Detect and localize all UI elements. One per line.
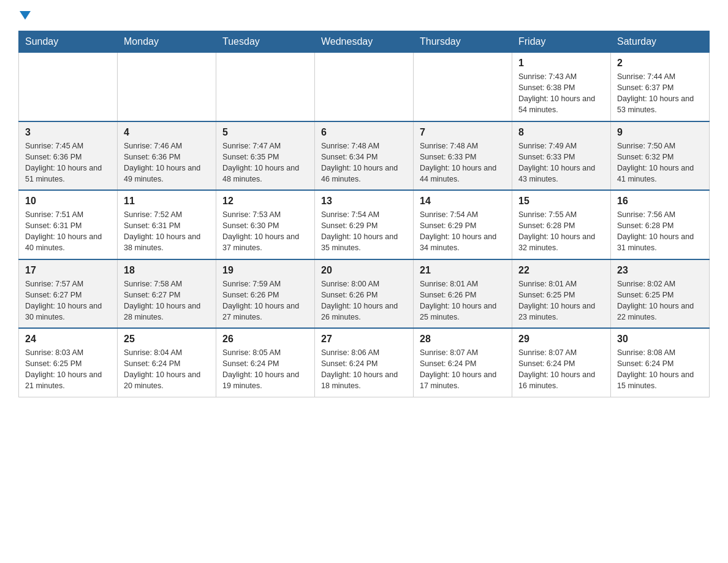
day-info: Sunrise: 7:47 AMSunset: 6:35 PMDaylight:… — [222, 140, 308, 185]
day-of-week-header: Sunday — [19, 31, 118, 53]
day-number: 13 — [321, 196, 407, 207]
calendar-cell: 22Sunrise: 8:01 AMSunset: 6:25 PMDayligh… — [512, 259, 611, 329]
calendar-cell: 2Sunrise: 7:44 AMSunset: 6:37 PMDaylight… — [611, 53, 710, 121]
day-number: 28 — [420, 334, 506, 345]
calendar-cell: 30Sunrise: 8:08 AMSunset: 6:24 PMDayligh… — [611, 328, 710, 397]
calendar-cell: 9Sunrise: 7:50 AMSunset: 6:32 PMDaylight… — [611, 121, 710, 191]
day-info: Sunrise: 8:02 AMSunset: 6:25 PMDaylight:… — [617, 278, 703, 323]
day-of-week-header: Saturday — [611, 31, 710, 53]
day-number: 29 — [518, 334, 604, 345]
day-info: Sunrise: 7:52 AMSunset: 6:31 PMDaylight:… — [124, 209, 210, 254]
day-number: 6 — [321, 127, 407, 138]
calendar-cell: 12Sunrise: 7:53 AMSunset: 6:30 PMDayligh… — [216, 190, 315, 259]
logo — [18, 12, 31, 21]
calendar-week-row: 3Sunrise: 7:45 AMSunset: 6:36 PMDaylight… — [19, 121, 710, 191]
day-info: Sunrise: 8:01 AMSunset: 6:25 PMDaylight:… — [518, 278, 604, 323]
day-info: Sunrise: 7:48 AMSunset: 6:34 PMDaylight:… — [321, 140, 407, 185]
calendar-cell: 1Sunrise: 7:43 AMSunset: 6:38 PMDaylight… — [512, 53, 611, 121]
day-number: 2 — [617, 58, 703, 69]
day-info: Sunrise: 8:01 AMSunset: 6:26 PMDaylight:… — [420, 278, 506, 323]
calendar-cell: 20Sunrise: 8:00 AMSunset: 6:26 PMDayligh… — [315, 259, 414, 329]
page-header — [18, 12, 710, 21]
day-number: 24 — [25, 334, 111, 345]
calendar-cell: 11Sunrise: 7:52 AMSunset: 6:31 PMDayligh… — [118, 190, 216, 259]
calendar-cell — [19, 53, 118, 121]
day-of-week-header: Monday — [118, 31, 216, 53]
day-number: 19 — [222, 265, 308, 276]
day-of-week-header: Thursday — [414, 31, 512, 53]
days-of-week-row: SundayMondayTuesdayWednesdayThursdayFrid… — [19, 31, 710, 53]
day-info: Sunrise: 8:08 AMSunset: 6:24 PMDaylight:… — [617, 347, 703, 392]
calendar-table: SundayMondayTuesdayWednesdayThursdayFrid… — [18, 31, 710, 397]
day-info: Sunrise: 7:54 AMSunset: 6:29 PMDaylight:… — [321, 209, 407, 254]
day-number: 21 — [420, 265, 506, 276]
day-info: Sunrise: 7:58 AMSunset: 6:27 PMDaylight:… — [124, 278, 210, 323]
calendar-cell: 5Sunrise: 7:47 AMSunset: 6:35 PMDaylight… — [216, 121, 315, 191]
day-number: 9 — [617, 127, 703, 138]
calendar-cell — [216, 53, 315, 121]
day-number: 23 — [617, 265, 703, 276]
logo-triangle-icon — [20, 11, 31, 20]
day-number: 12 — [222, 196, 308, 207]
calendar-week-row: 17Sunrise: 7:57 AMSunset: 6:27 PMDayligh… — [19, 259, 710, 329]
calendar-cell: 7Sunrise: 7:48 AMSunset: 6:33 PMDaylight… — [414, 121, 512, 191]
day-number: 27 — [321, 334, 407, 345]
calendar-cell: 4Sunrise: 7:46 AMSunset: 6:36 PMDaylight… — [118, 121, 216, 191]
day-number: 7 — [420, 127, 506, 138]
day-number: 3 — [25, 127, 111, 138]
calendar-cell: 19Sunrise: 7:59 AMSunset: 6:26 PMDayligh… — [216, 259, 315, 329]
day-number: 30 — [617, 334, 703, 345]
day-number: 4 — [124, 127, 210, 138]
day-info: Sunrise: 7:46 AMSunset: 6:36 PMDaylight:… — [124, 140, 210, 185]
day-info: Sunrise: 7:48 AMSunset: 6:33 PMDaylight:… — [420, 140, 506, 185]
day-number: 22 — [518, 265, 604, 276]
day-info: Sunrise: 8:00 AMSunset: 6:26 PMDaylight:… — [321, 278, 407, 323]
day-info: Sunrise: 7:45 AMSunset: 6:36 PMDaylight:… — [25, 140, 111, 185]
calendar-cell: 6Sunrise: 7:48 AMSunset: 6:34 PMDaylight… — [315, 121, 414, 191]
day-info: Sunrise: 7:59 AMSunset: 6:26 PMDaylight:… — [222, 278, 308, 323]
calendar-cell: 28Sunrise: 8:07 AMSunset: 6:24 PMDayligh… — [414, 328, 512, 397]
day-info: Sunrise: 8:04 AMSunset: 6:24 PMDaylight:… — [124, 347, 210, 392]
day-info: Sunrise: 7:56 AMSunset: 6:28 PMDaylight:… — [617, 209, 703, 254]
day-info: Sunrise: 8:06 AMSunset: 6:24 PMDaylight:… — [321, 347, 407, 392]
calendar-week-row: 1Sunrise: 7:43 AMSunset: 6:38 PMDaylight… — [19, 53, 710, 121]
day-info: Sunrise: 7:55 AMSunset: 6:28 PMDaylight:… — [518, 209, 604, 254]
day-of-week-header: Tuesday — [216, 31, 315, 53]
calendar-cell: 14Sunrise: 7:54 AMSunset: 6:29 PMDayligh… — [414, 190, 512, 259]
day-info: Sunrise: 8:03 AMSunset: 6:25 PMDaylight:… — [25, 347, 111, 392]
day-number: 16 — [617, 196, 703, 207]
day-number: 14 — [420, 196, 506, 207]
calendar-week-row: 24Sunrise: 8:03 AMSunset: 6:25 PMDayligh… — [19, 328, 710, 397]
calendar-cell — [118, 53, 216, 121]
day-info: Sunrise: 8:07 AMSunset: 6:24 PMDaylight:… — [518, 347, 604, 392]
day-number: 17 — [25, 265, 111, 276]
day-number: 26 — [222, 334, 308, 345]
day-info: Sunrise: 7:44 AMSunset: 6:37 PMDaylight:… — [617, 71, 703, 116]
day-info: Sunrise: 7:57 AMSunset: 6:27 PMDaylight:… — [25, 278, 111, 323]
calendar-cell: 27Sunrise: 8:06 AMSunset: 6:24 PMDayligh… — [315, 328, 414, 397]
calendar-cell: 29Sunrise: 8:07 AMSunset: 6:24 PMDayligh… — [512, 328, 611, 397]
calendar-cell: 24Sunrise: 8:03 AMSunset: 6:25 PMDayligh… — [19, 328, 118, 397]
day-info: Sunrise: 7:50 AMSunset: 6:32 PMDaylight:… — [617, 140, 703, 185]
calendar-cell: 26Sunrise: 8:05 AMSunset: 6:24 PMDayligh… — [216, 328, 315, 397]
day-number: 5 — [222, 127, 308, 138]
day-number: 25 — [124, 334, 210, 345]
day-of-week-header: Friday — [512, 31, 611, 53]
calendar-cell: 15Sunrise: 7:55 AMSunset: 6:28 PMDayligh… — [512, 190, 611, 259]
day-number: 1 — [518, 58, 604, 69]
day-number: 20 — [321, 265, 407, 276]
day-info: Sunrise: 7:43 AMSunset: 6:38 PMDaylight:… — [518, 71, 604, 116]
day-number: 10 — [25, 196, 111, 207]
calendar-cell: 25Sunrise: 8:04 AMSunset: 6:24 PMDayligh… — [118, 328, 216, 397]
day-number: 11 — [124, 196, 210, 207]
day-info: Sunrise: 7:54 AMSunset: 6:29 PMDaylight:… — [420, 209, 506, 254]
day-number: 8 — [518, 127, 604, 138]
day-info: Sunrise: 7:51 AMSunset: 6:31 PMDaylight:… — [25, 209, 111, 254]
calendar-cell: 8Sunrise: 7:49 AMSunset: 6:33 PMDaylight… — [512, 121, 611, 191]
day-number: 15 — [518, 196, 604, 207]
calendar-cell: 17Sunrise: 7:57 AMSunset: 6:27 PMDayligh… — [19, 259, 118, 329]
calendar-cell: 23Sunrise: 8:02 AMSunset: 6:25 PMDayligh… — [611, 259, 710, 329]
calendar-cell — [315, 53, 414, 121]
calendar-cell: 16Sunrise: 7:56 AMSunset: 6:28 PMDayligh… — [611, 190, 710, 259]
day-of-week-header: Wednesday — [315, 31, 414, 53]
